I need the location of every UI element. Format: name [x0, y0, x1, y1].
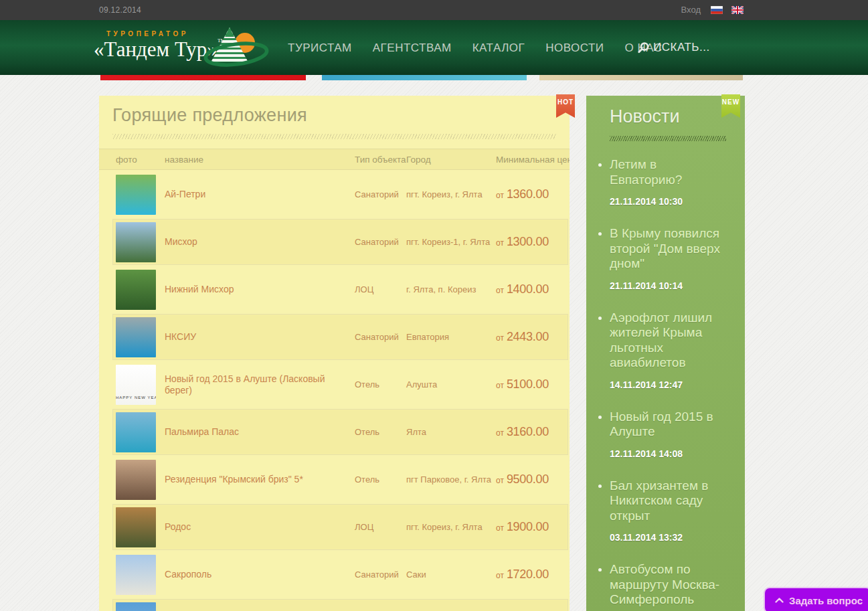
photo-caption: HAPPY NEW YEAR	[116, 396, 156, 400]
news-item-link[interactable]: Автобусом по маршруту Москва-Симферополь	[610, 562, 727, 608]
offer-name-link[interactable]: Ай-Петри	[165, 189, 355, 200]
offer-row	[99, 598, 570, 611]
hotel-photo[interactable]	[116, 175, 156, 215]
offers-table-header: фото название Тип объекта Город Минималь…	[99, 149, 570, 170]
nav-item[interactable]: НОВОСТИ	[545, 41, 604, 55]
offer-name-link[interactable]: Пальмира Палас	[165, 426, 355, 438]
news-item-date: 21.11.2014 10:30	[610, 196, 727, 207]
news-item: Летим в Евпаторию?21.11.2014 10:30	[610, 157, 727, 207]
news-item: Новый год 2015 в Алуште12.11.2014 14:08	[610, 410, 727, 459]
news-item-date: 21.11.2014 10:14	[610, 280, 727, 291]
site-header: ТУРОПЕРАТОР «Тандем Тур»™ ТУРИСТАМАГЕНТС…	[0, 20, 868, 75]
offer-name-link[interactable]: Резиденция "Крымский бриз" 5*	[165, 474, 355, 485]
search-icon	[638, 42, 649, 54]
hot-offers-panel: Горящие предложения фото название Тип об…	[99, 96, 570, 611]
offer-type: Отель	[355, 427, 406, 437]
title-divider	[112, 134, 556, 139]
offer-city: Ялта	[406, 427, 496, 437]
news-item: Бал хризантем в Никитском саду открыт03.…	[610, 478, 727, 543]
news-item-date: 14.11.2014 12:47	[610, 379, 727, 390]
offer-type: Санаторий	[355, 570, 406, 580]
hotel-photo[interactable]	[116, 222, 156, 262]
offers-table-body: Ай-ПетриСанаторийпгт. Кореиз, г. Ялтаот1…	[99, 171, 570, 611]
offer-row: НКСИУСанаторийЕвпаторияот2443.00	[99, 313, 570, 361]
offer-row: СакропольСанаторийСакиот1720.00	[99, 551, 570, 598]
news-item-link[interactable]: Летим в Евпаторию?	[610, 157, 727, 187]
offer-type: Санаторий	[355, 237, 406, 247]
uk-flag-icon[interactable]	[731, 6, 744, 14]
offer-city: пгт. Кореиз, г. Ялта	[406, 189, 496, 199]
current-date: 09.12.2014	[99, 5, 141, 15]
hotel-photo[interactable]	[116, 412, 156, 452]
offer-name-link[interactable]: Сакрополь	[165, 569, 355, 580]
offer-type: Отель	[355, 474, 406, 485]
offer-city: пгт Парковое, г. Ялта	[406, 474, 496, 485]
nav-item[interactable]: КАТАЛОГ	[472, 41, 525, 55]
offer-type: Отель	[355, 379, 406, 389]
news-item-date: 12.11.2014 14:08	[610, 448, 727, 459]
offer-row: Пальмира ПаласОтельЯлтаот3160.00	[99, 408, 570, 456]
offer-price: от1720.00	[496, 568, 570, 582]
offer-type: Санаторий	[355, 189, 406, 199]
news-list: Летим в Евпаторию?21.11.2014 10:30В Крым…	[586, 157, 745, 611]
nav-item[interactable]: ТУРИСТАМ	[288, 41, 352, 55]
offer-city: г. Ялта, п. Кореиз	[406, 284, 496, 294]
offer-name-link[interactable]: Нижний Мисхор	[165, 284, 355, 295]
news-item: Аэрофлот лишил жителей Крыма льготных ав…	[610, 311, 727, 390]
col-photo: фото	[116, 155, 165, 165]
news-item-link[interactable]: В Крыму появился второй "Дом вверх дном"	[610, 226, 727, 272]
offer-row: Резиденция "Крымский бриз" 5*Отельпгт Па…	[99, 456, 570, 503]
login-link[interactable]: Вход	[681, 5, 701, 15]
offer-row: РодосЛОЦпгт. Кореиз, г. Ялтаот1900.00	[99, 503, 570, 551]
hotel-photo[interactable]	[116, 270, 156, 310]
hotel-photo[interactable]	[116, 460, 156, 500]
search-box[interactable]: ИСКАТЬ...	[638, 41, 710, 54]
ask-question-button[interactable]: Задать вопрос	[764, 587, 868, 611]
offer-name-link[interactable]: Родос	[165, 521, 355, 533]
russian-flag-icon[interactable]	[711, 6, 723, 14]
news-sidebar: Новости Летим в Евпаторию?21.11.2014 10:…	[586, 96, 745, 611]
offer-price: от1300.00	[496, 235, 570, 249]
news-item-link[interactable]: Аэрофлот лишил жителей Крыма льготных ав…	[610, 311, 727, 371]
hotel-photo[interactable]	[116, 602, 156, 611]
tandem-tour-logo-icon[interactable]	[203, 26, 270, 69]
offer-price: от9500.00	[496, 472, 570, 487]
col-city: Город	[406, 155, 496, 165]
hotel-photo[interactable]	[116, 507, 156, 547]
news-item: В Крыму появился второй "Дом вверх дном"…	[610, 226, 727, 291]
offer-row: Нижний МисхорЛОЦг. Ялта, п. Кореизот1400…	[99, 266, 570, 313]
chevron-up-icon	[775, 598, 784, 603]
hotel-photo[interactable]	[116, 555, 156, 595]
offer-city: Саки	[406, 570, 496, 580]
banner-strip	[539, 75, 743, 80]
offer-name-link[interactable]: НКСИУ	[165, 331, 355, 343]
news-item-link[interactable]: Новый год 2015 в Алуште	[610, 410, 727, 440]
offer-type: Санаторий	[355, 332, 406, 342]
col-name: название	[165, 155, 355, 165]
offer-type: ЛОЦ	[355, 284, 406, 294]
col-type: Тип объекта	[355, 155, 406, 165]
news-divider	[610, 136, 726, 141]
offer-price: от1900.00	[496, 520, 570, 534]
nav-item[interactable]: АГЕНТСТВАМ	[373, 41, 452, 55]
top-bar: 09.12.2014 Вход	[0, 0, 868, 20]
hotel-photo[interactable]	[116, 317, 156, 357]
col-price: Минимальная цена	[496, 155, 570, 165]
offer-row: МисхорСанаторийпгт. Кореиз-1, г. Ялтаот1…	[99, 218, 570, 266]
offer-price: от2443.00	[496, 330, 570, 344]
hotel-photo[interactable]: HAPPY NEW YEAR	[116, 365, 156, 405]
search-placeholder: ИСКАТЬ...	[653, 41, 710, 54]
news-item: Автобусом по маршруту Москва-Симферополь…	[610, 562, 727, 611]
offer-row: Ай-ПетриСанаторийпгт. Кореиз, г. Ялтаот1…	[99, 171, 570, 218]
offer-city: Алушта	[406, 379, 496, 389]
offer-city: пгт. Кореиз, г. Ялта	[406, 522, 496, 532]
offer-name-link[interactable]: Новый год 2015 в Алуште (Ласковый берег)	[165, 373, 355, 396]
main-nav: ТУРИСТАМАГЕНТСТВАМКАТАЛОГНОВОСТИО НАС	[288, 41, 663, 55]
news-title: Новости	[610, 106, 680, 127]
news-item-link[interactable]: Бал хризантем в Никитском саду открыт	[610, 478, 727, 524]
offer-city: пгт. Кореиз-1, г. Ялта	[406, 237, 496, 247]
offer-price: от5100.00	[496, 377, 570, 391]
offer-name-link[interactable]: Мисхор	[165, 236, 355, 248]
news-item-date: 03.11.2014 13:32	[610, 532, 727, 543]
offer-price: от1400.00	[496, 282, 570, 296]
